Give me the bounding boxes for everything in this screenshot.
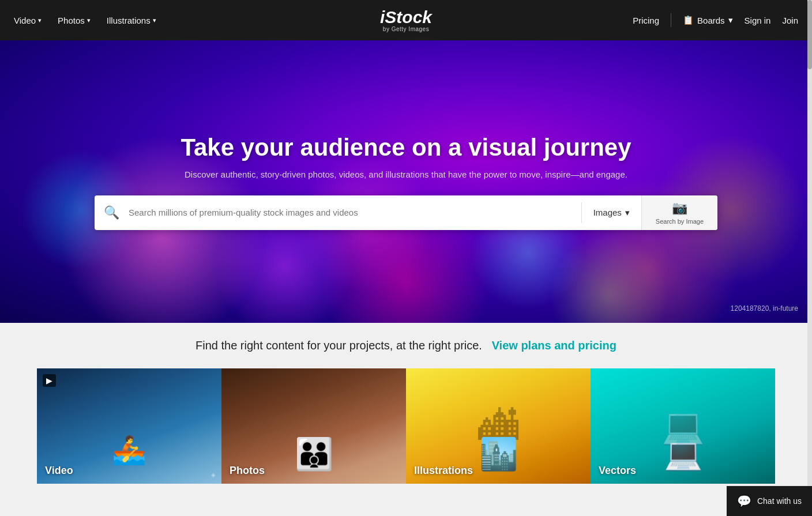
nav-boards[interactable]: 📋 Boards ▾ [683,15,733,25]
grid-label-photos: Photos [230,465,265,477]
nav-item-video[interactable]: Video ▾ [14,16,42,25]
nav-photos-label: Photos [58,16,85,25]
grid-label-vectors: Vectors [599,465,636,477]
nav-join[interactable]: Join [782,16,798,25]
nav-pricing[interactable]: Pricing [633,16,659,25]
video-badge: ▶ [43,374,56,387]
grid-label-video: Video [45,465,73,477]
hero-title: Take your audience on a visual journey [12,134,800,161]
search-type-dropdown[interactable]: Images ▾ [582,208,641,218]
nav-divider [671,13,671,27]
navbar: Video ▾ Photos ▾ Illustrations ▾ iStock … [0,0,812,40]
nav-boards-label: Boards [697,16,725,25]
pricing-strip: Find the right content for your projects… [0,323,812,368]
content-grid: ◈ ▶ Video Photos 🏙 Illustrations 💻 Vecto… [0,368,812,484]
decoration: ◈ [211,472,216,478]
chevron-down-icon: ▾ [625,208,630,218]
grid-item-illustrations[interactable]: 🏙 Illustrations [406,368,591,484]
camera-icon: 📷 [672,201,687,216]
nav-video-label: Video [14,16,36,25]
logo[interactable]: iStock by Getty Images [380,9,432,32]
grid-item-video[interactable]: ◈ ▶ Video [37,368,221,484]
chevron-down-icon: ▾ [87,17,91,24]
search-by-image-button[interactable]: 📷 Search by Image [641,195,717,230]
hero-section: Take your audience on a visual journey D… [0,40,812,323]
hero-watermark: 1204187820, in-future [731,304,798,312]
nav-illustrations-label: Illustrations [107,16,151,25]
nav-right: Pricing 📋 Boards ▾ Sign in Join [633,13,798,27]
grid-label-illustrations: Illustrations [414,465,473,477]
search-by-image-label: Search by Image [656,218,704,225]
nav-item-photos[interactable]: Photos ▾ [58,16,91,25]
chevron-down-icon: ▾ [728,15,733,25]
chevron-down-icon: ▾ [153,17,156,24]
grid-item-photos[interactable]: Photos [221,368,406,484]
view-plans-link[interactable]: View plans and pricing [492,339,616,352]
boards-icon: 📋 [683,15,694,25]
hero-content: Take your audience on a visual journey D… [0,134,812,230]
search-icon: 🔍 [95,205,129,220]
hero-subtitle: Discover authentic, story-driven photos,… [12,170,800,179]
logo-main: iStock [380,9,432,26]
nav-signin[interactable]: Sign in [745,16,771,25]
pricing-strip-text: Find the right content for your projects… [196,339,482,352]
search-bar: 🔍 Images ▾ 📷 Search by Image [95,195,717,230]
search-type-label: Images [593,208,622,217]
chevron-down-icon: ▾ [38,17,42,24]
scrollbar-thumb[interactable] [807,0,812,69]
grid-item-vectors[interactable]: 💻 Vectors [591,368,775,484]
nav-item-illustrations[interactable]: Illustrations ▾ [107,16,156,25]
search-input[interactable] [129,208,581,217]
nav-left: Video ▾ Photos ▾ Illustrations ▾ [14,16,156,25]
scrollbar-track[interactable] [807,0,812,484]
logo-sub: by Getty Images [380,26,432,32]
